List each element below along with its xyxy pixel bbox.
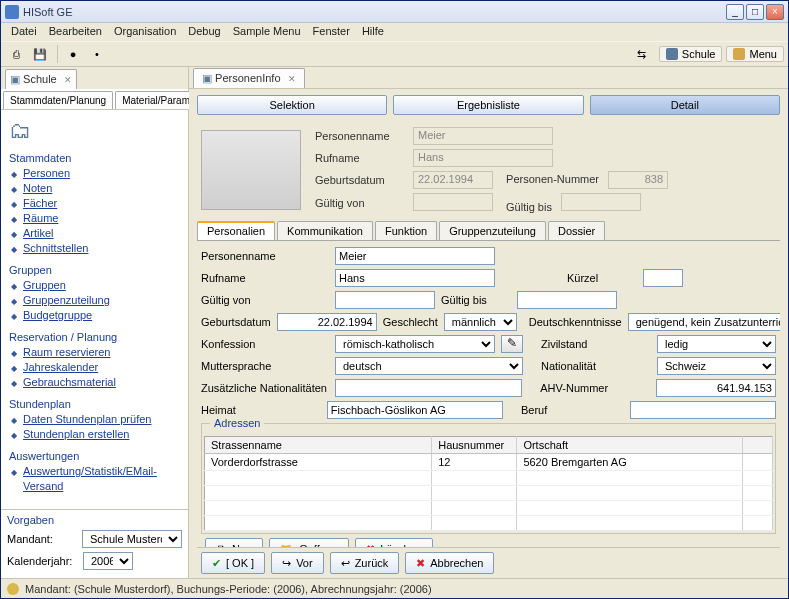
lbl-konfession: Konfession — [201, 338, 329, 350]
menu-sample[interactable]: Sample Menu — [227, 23, 307, 41]
col-hausnummer[interactable]: Hausnummer — [432, 437, 517, 454]
tab-personalien[interactable]: Personalien — [197, 221, 275, 240]
minimize-button[interactable]: _ — [726, 4, 744, 20]
lbl-zusnat: Zusätzliche Nationalitäten — [201, 382, 329, 394]
hdr-gueltig-von-value — [413, 193, 493, 211]
oeffnen-button[interactable]: 📂Oeffnen — [269, 538, 349, 547]
nav-jahreskalender[interactable]: Jahreskalender — [23, 360, 180, 375]
input-personenname[interactable] — [335, 247, 495, 265]
menu-fenster[interactable]: Fenster — [307, 23, 356, 41]
nav-personen[interactable]: Personen — [23, 166, 180, 181]
subtab-stammdaten-planung[interactable]: Stammdaten/Planung — [3, 91, 113, 109]
nav-gebrauchsmaterial[interactable]: Gebrauchsmaterial — [23, 375, 180, 390]
neu-button[interactable]: 🗎Neu — [205, 538, 263, 547]
table-row[interactable] — [205, 471, 773, 486]
input-geburtsdatum[interactable] — [277, 313, 377, 331]
tab-dossier[interactable]: Dossier — [548, 221, 605, 240]
nav-cat-reservation: Reservation / Planung — [9, 331, 180, 343]
menu-hilfe[interactable]: Hilfe — [356, 23, 390, 41]
close-icon[interactable]: ✕ — [64, 75, 72, 85]
table-row[interactable] — [205, 516, 773, 531]
bottom-buttons: ✔[ OK ] ↪Vor ↩Zurück ✖Abbrechen — [197, 547, 780, 578]
segment-bar: Selektion Ergebnisliste Detail — [197, 95, 780, 115]
toolbar-expand-icon[interactable]: ⇆ — [631, 43, 653, 65]
col-ortschaft[interactable]: Ortschaft — [517, 437, 743, 454]
cell-strasse: Vorderdorfstrasse — [205, 454, 432, 471]
zurueck-button[interactable]: ↩Zurück — [330, 552, 400, 574]
lbl-geschlecht: Geschlecht — [383, 316, 438, 328]
nav-stundenplan-erstellen[interactable]: Stundenplan erstellen — [23, 427, 180, 442]
toolbar-action-icon[interactable]: • — [86, 43, 108, 65]
input-zusnat[interactable] — [335, 379, 523, 397]
table-row[interactable] — [205, 501, 773, 516]
tab-funktion[interactable]: Funktion — [375, 221, 437, 240]
menu-debug[interactable]: Debug — [182, 23, 226, 41]
segment-selektion[interactable]: Selektion — [197, 95, 387, 115]
select-konfession[interactable]: römisch-katholisch — [335, 335, 495, 353]
adressen-legend: Adressen — [210, 417, 264, 429]
nav-gruppenzuteilung[interactable]: Gruppenzuteilung — [23, 293, 180, 308]
nav-stundenplan-pruefen[interactable]: Daten Stundenplan prüfen — [23, 412, 180, 427]
col-strassenname[interactable]: Strassenname — [205, 437, 432, 454]
toolbar-print-icon[interactable]: ⎙ — [5, 43, 27, 65]
nav-artikel[interactable]: Artikel — [23, 226, 180, 241]
input-gueltig-bis[interactable] — [517, 291, 617, 309]
kalenderjahr-select[interactable]: 2006 — [83, 552, 133, 570]
abbrechen-button[interactable]: ✖Abbrechen — [405, 552, 494, 574]
lbl-nationalitaet: Nationalität — [541, 360, 651, 372]
nav-tree: 🗂 Stammdaten Personen Noten Fächer Räume… — [1, 110, 188, 509]
nav-gruppen[interactable]: Gruppen — [23, 278, 180, 293]
ok-button[interactable]: ✔[ OK ] — [201, 552, 265, 574]
tab-gruppenzuteilung[interactable]: Gruppenzuteilung — [439, 221, 546, 240]
input-ahv[interactable] — [656, 379, 776, 397]
lbl-deutschk: Deutschkenntnisse — [529, 316, 622, 328]
select-nationalitaet[interactable]: Schweiz — [657, 357, 776, 375]
nav-auswertung[interactable]: Auswertung/Statistik/EMail-Versand — [23, 464, 180, 494]
toolbar-save-icon[interactable]: 💾 — [29, 43, 51, 65]
cancel-icon: ✖ — [416, 557, 425, 570]
table-row[interactable] — [205, 486, 773, 501]
input-beruf[interactable] — [630, 401, 776, 419]
input-kuerzel[interactable] — [643, 269, 683, 287]
vor-button[interactable]: ↪Vor — [271, 552, 324, 574]
nav-faecher[interactable]: Fächer — [23, 196, 180, 211]
hdr-personennr-label: Personen-Nummer — [506, 173, 599, 185]
edit-konfession-icon[interactable]: ✎ — [501, 335, 523, 353]
maximize-button[interactable]: □ — [746, 4, 764, 20]
tab-personeninfo[interactable]: ▣ PersonenInfo ✕ — [193, 68, 305, 88]
nav-budgetgruppe[interactable]: Budgetgruppe — [23, 308, 180, 323]
toolbar-sphere-icon[interactable]: ● — [62, 43, 84, 65]
select-zivilstand[interactable]: ledig — [657, 335, 776, 353]
cell-ort: 5620 Bremgarten AG — [517, 454, 743, 471]
segment-ergebnisliste[interactable]: Ergebnisliste — [393, 95, 583, 115]
segment-detail[interactable]: Detail — [590, 95, 780, 115]
select-deutschk[interactable]: genügend, kein Zusatzunterricht — [628, 313, 780, 331]
app-icon — [5, 5, 19, 19]
menu-datei[interactable]: Datei — [5, 23, 43, 41]
menu-organisation[interactable]: Organisation — [108, 23, 182, 41]
nav-schnittstellen[interactable]: Schnittstellen — [23, 241, 180, 256]
close-icon[interactable]: ✕ — [288, 74, 296, 84]
input-rufname[interactable] — [335, 269, 495, 287]
mandant-select[interactable]: Schule Musterdorf — [82, 530, 182, 548]
lbl-beruf: Beruf — [521, 404, 624, 416]
table-row[interactable]: Vorderdorfstrasse 12 5620 Bremgarten AG — [205, 454, 773, 471]
menu-bearbeiten[interactable]: Bearbeiten — [43, 23, 108, 41]
status-text: Mandant: (Schule Musterdorf), Buchungs-P… — [25, 583, 432, 595]
hdr-gueltig-von-label: Gültig von — [315, 197, 405, 209]
tab-kommunikation[interactable]: Kommunikation — [277, 221, 373, 240]
select-muttersprache[interactable]: deutsch — [335, 357, 523, 375]
perspective-schule[interactable]: Schule — [659, 46, 723, 62]
loeschen-button[interactable]: ✖Löschen — [355, 538, 433, 547]
nav-raum-reservieren[interactable]: Raum reservieren — [23, 345, 180, 360]
perspective-menu[interactable]: Menu — [726, 46, 784, 62]
nav-raeume[interactable]: Räume — [23, 211, 180, 226]
nav-noten[interactable]: Noten — [23, 181, 180, 196]
input-heimat[interactable] — [327, 401, 504, 419]
adressen-table[interactable]: Strassenname Hausnummer Ortschaft Vorder… — [204, 436, 773, 531]
input-gueltig-von[interactable] — [335, 291, 435, 309]
lbl-gueltig-von: Gültig von — [201, 294, 329, 306]
select-geschlecht[interactable]: männlich — [444, 313, 517, 331]
left-tab-schule[interactable]: ▣ Schule ✕ — [5, 69, 77, 89]
close-button[interactable]: × — [766, 4, 784, 20]
